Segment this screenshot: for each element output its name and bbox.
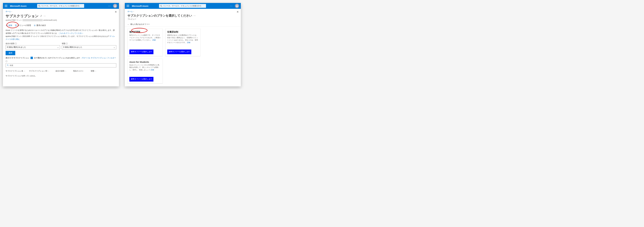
page-title: サブスクリプション (6, 14, 38, 18)
col-cost[interactable]: 現在のコスト (73, 70, 91, 72)
select-offer-button[interactable]: 標準オファーを選択します (167, 50, 191, 54)
offer-card-free-trial: 無料試用版 毎月のクレジットは無料です。すべてのサービスへフル アクセスできます… (128, 29, 163, 56)
svg-point-0 (38, 5, 40, 6)
close-icon[interactable]: ✕ (236, 10, 239, 14)
details-link[interactable]: 詳細 (151, 69, 154, 71)
billing-link[interactable]: こちらをクリックしてください (58, 32, 83, 34)
offer-desc: 柔軟性があるこの従量課金のプランには、前金で支払う費用はなく、長期間のコミットメ… (167, 34, 199, 44)
breadcrumb[interactable]: ホーム› (128, 10, 238, 13)
hamburger-icon[interactable] (5, 4, 8, 8)
search-placeholder: リソース、サービス、ドキュメントの検索 (G+/) (163, 5, 201, 7)
offer-title: 無料試用版 (129, 31, 161, 33)
offer-card-students: Azure for Students Azure クレジットと 12 か月間無料… (128, 59, 163, 83)
search-icon (160, 5, 162, 7)
apply-button[interactable]: 適用 (6, 51, 15, 55)
close-icon[interactable]: ✕ (115, 10, 117, 14)
role-filter-label: 自分の役割 (6, 42, 14, 45)
view-requests-button[interactable]: 要求の表示 (34, 24, 46, 27)
more-menu-icon[interactable]: ⋯ (108, 4, 111, 8)
table-search-input[interactable] (6, 63, 116, 67)
role-filter-dropdown[interactable]: 8 項目が選択されました ⌄ (6, 45, 60, 49)
breadcrumb[interactable]: ホーム› (6, 10, 116, 13)
chevron-up-icon: ︿ (128, 23, 129, 26)
offer-title: 従量課金制 (167, 31, 199, 33)
brand-label: Microsoft Azure (10, 5, 26, 7)
empty-message: サブスクリプションを持っていません (6, 73, 116, 79)
chevron-down-icon: ⌄ (57, 46, 59, 48)
search-icon (7, 64, 9, 66)
global-filter-link[interactable]: グローバル サブスクリプション フィルター (82, 57, 116, 59)
offer-title: Azure for Students (129, 61, 161, 63)
page-title: サブスクリプションのプランを選択してください (128, 14, 192, 18)
svg-line-5 (8, 66, 9, 66)
select-offer-window: Microsoft Azure リソース、サービス、ドキュメントの検索 (G+/… (125, 3, 241, 86)
plus-icon (6, 24, 8, 27)
breadcrumb-home[interactable]: ホーム (6, 11, 11, 13)
col-name[interactable]: サブスクリプション名↑↓ (6, 70, 29, 72)
details-link[interactable]: 詳細 (187, 42, 190, 43)
more-menu-icon[interactable]: ⋯ (230, 4, 233, 8)
topbar: Microsoft Azure リソース、サービス、ドキュメントの検索 (G+/… (125, 3, 241, 9)
offer-desc: 毎月のクレジットは無料です。すべてのサービスへフル アクセスできます。ご希望のサ… (129, 34, 161, 41)
svg-point-2 (115, 5, 116, 6)
topbar: Microsoft Azure リソース、サービス、ドキュメントの検索 (G+/… (3, 3, 119, 9)
more-icon[interactable]: ⋯ (44, 15, 46, 17)
info-text: Azure リソースを管理するためのロールベースのアクセス制御 (RBAC) の… (6, 29, 116, 41)
select-offer-button[interactable]: 標準オファーを選択します (129, 77, 154, 82)
subscriptions-window: Microsoft Azure リソース、サービス、ドキュメントの検索 (G+/… (3, 3, 119, 86)
checkbox-label: 次で選択されているサブスクリプションのみを表示します: (34, 57, 80, 59)
offer-card-payg: 従量課金制 柔軟性があるこの従量課金のプランには、前金で支払う費用はなく、長期間… (165, 29, 200, 56)
global-search-input[interactable]: リソース、サービス、ドキュメントの検索 (G+/) (37, 4, 84, 8)
pin-icon[interactable] (40, 15, 42, 17)
svg-point-4 (7, 65, 8, 66)
add-button[interactable]: 追加 (6, 24, 12, 27)
status-filter-dropdown[interactable]: 3 項目が選択されました ⌄ (62, 45, 116, 49)
tenant-label: ayuina 評価テナント ████████████████.onmicroso… (6, 19, 116, 22)
svg-line-7 (162, 6, 162, 7)
global-filter-checkbox[interactable]: ✓ (30, 57, 33, 59)
collapse-toggle[interactable]: ︿ 最も人気のあるオファー (128, 23, 238, 27)
svg-line-1 (40, 6, 40, 7)
chevron-down-icon: ⌄ (114, 46, 115, 48)
info-icon[interactable]: i (66, 43, 68, 44)
more-icon[interactable]: ⋯ (194, 15, 196, 17)
user-avatar[interactable] (235, 4, 239, 8)
page-subtitle: プレビュー (128, 18, 238, 21)
offer-desc: Azure クレジットと 12 か月間無料の人気製品を利用して、新しいキャリアを… (129, 64, 161, 71)
info-icon[interactable]: i (15, 43, 17, 44)
hamburger-icon[interactable] (126, 4, 130, 8)
table-search-field[interactable] (10, 64, 115, 66)
user-avatar[interactable] (113, 4, 117, 8)
status-filter-label: 状態 (62, 42, 65, 45)
svg-point-8 (236, 5, 238, 6)
offer-grid: 無料試用版 毎月のクレジットは無料です。すべてのサービスへフル アクセスできます… (128, 29, 238, 83)
details-link[interactable]: 詳細 (152, 39, 156, 41)
select-offer-button[interactable]: 標準オファーを選択します (129, 50, 154, 54)
table-header: サブスクリプション名↑↓ サブスクリプション ID↑↓ 自分の役割↑↓ 現在のコ… (6, 69, 116, 73)
col-status[interactable]: 状態↑↓ (91, 70, 106, 72)
policy-button[interactable]: ポリシーの管理 (15, 24, 31, 27)
list-icon (34, 24, 36, 27)
col-role[interactable]: 自分の役割↑↓ (56, 70, 73, 72)
global-search-input[interactable]: リソース、サービス、ドキュメントの検索 (G+/) (159, 4, 206, 8)
col-id[interactable]: サブスクリプション ID↑↓ (29, 70, 56, 72)
policy-icon (15, 24, 17, 27)
search-placeholder: リソース、サービス、ドキュメントの検索 (G+/) (41, 5, 79, 7)
info-icon[interactable]: i (6, 60, 7, 62)
search-icon (38, 5, 40, 7)
svg-point-6 (160, 5, 162, 6)
showing-count: 表示 0 / 0 サブスクリプション (6, 57, 29, 59)
breadcrumb-home[interactable]: ホーム (128, 11, 133, 13)
brand-label: Microsoft Azure (132, 5, 148, 7)
